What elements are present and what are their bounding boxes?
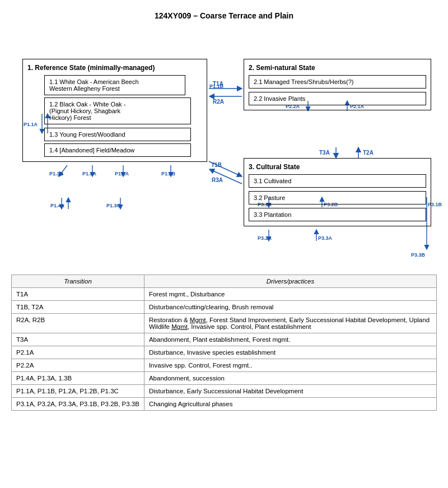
box-1-2: 1.2 Black Oak - White Oak -(Pignut Hicko…	[44, 97, 191, 124]
svg-text:P1.3B: P1.3B	[49, 171, 64, 176]
svg-text:P1.4A: P1.4A	[50, 203, 65, 208]
reference-state-box: 1. Reference State (minimally-managed) 1…	[22, 59, 207, 162]
drivers-cell: Invasive spp. Control, Forest mgmt..	[144, 359, 436, 372]
box-3-2: 3.2 Pasture	[249, 191, 426, 205]
svg-text:P1.1B: P1.1B	[209, 83, 224, 89]
t3a-label: T3A	[319, 150, 330, 156]
box-1-4: 1.4 [Abandoned] Field/Meadow	[44, 143, 191, 157]
transition-cell: P1.4A, P1.3A, 1.3B	[12, 372, 144, 385]
transition-cell: T1A	[12, 288, 144, 301]
svg-text:P3.3B: P3.3B	[411, 252, 426, 258]
reference-state-title: 1. Reference State (minimally-managed)	[27, 64, 202, 72]
drivers-cell: Disturbance/cutting/clearing, Brush remo…	[144, 301, 436, 314]
svg-text:P1.2B: P1.2B	[161, 171, 176, 176]
r2a-label: R2A	[213, 99, 224, 105]
semi-natural-state-title: 2. Semi-natural State	[249, 64, 426, 72]
table-row: P2.1ADisturbance, Invasive species estab…	[12, 346, 437, 359]
table-row: T3AAbandonment, Plant establishment, For…	[12, 333, 437, 346]
box-3-1: 3.1 Cultivated	[249, 174, 426, 188]
table-row: R2A, R2BRestoration & Mgmt, Forest Stand…	[12, 314, 437, 333]
table-row: P2.2AInvasive spp. Control, Forest mgmt.…	[12, 359, 437, 372]
drivers-cell: Abandonment, Plant establishment, Forest…	[144, 333, 436, 346]
svg-text:P3.2A: P3.2A	[258, 235, 272, 241]
svg-text:P3.3A: P3.3A	[318, 235, 333, 241]
svg-text:P1.2A: P1.2A	[115, 171, 129, 176]
col-header-drivers: Drivers/practices	[144, 275, 436, 288]
drivers-cell: Changing Agricultural phases	[144, 398, 436, 411]
semi-natural-state-box: 2. Semi-natural State 2.1 Managed Trees/…	[244, 59, 431, 110]
table-row: P1.1A, P1.1B, P1.2A, P1.2B, P1.3CDisturb…	[12, 385, 437, 398]
cultural-state-title: 3. Cultural State	[249, 163, 426, 171]
table-row: T1AForest mgmt., Disturbance	[12, 288, 437, 301]
drivers-cell: Disturbance, Early Successional Habitat …	[144, 385, 436, 398]
svg-text:P1.3A: P1.3A	[82, 171, 97, 176]
cultural-state-box: 3. Cultural State 3.1 Cultivated 3.2 Pas…	[244, 158, 431, 226]
table-row: T1B, T2ADisturbance/cutting/clearing, Br…	[12, 301, 437, 314]
drivers-cell: Restoration & Mgmt, Forest Stand Improve…	[144, 314, 436, 333]
transition-cell: T3A	[12, 333, 144, 346]
box-3-3: 3.3 Plantation	[249, 208, 426, 221]
box-1-3: 1.3 Young Forest/Woodland	[44, 128, 191, 141]
drivers-cell: Forest mgmt., Disturbance	[144, 288, 436, 301]
t2a-label: T2A	[363, 150, 374, 156]
box-2-2: 2.2 Invasive Plants	[249, 92, 426, 105]
drivers-cell: Disturbance, Invasive species establishm…	[144, 346, 436, 359]
transition-cell: T1B, T2A	[12, 301, 144, 314]
transition-cell: P1.1A, P1.1B, P1.2A, P1.2B, P1.3C	[12, 385, 144, 398]
transitions-table: Transition Drivers/practices T1AForest m…	[11, 275, 437, 411]
box-1-1: 1.1 White Oak - American BeechWestern Al…	[44, 75, 185, 95]
transition-cell: P3.1A, P3.2A, P3.3A, P3.1B, P3.2B, P3.3B	[12, 398, 144, 411]
table-row: P1.4A, P1.3A, 1.3BAbandonment, successio…	[12, 372, 437, 385]
transition-cell: R2A, R2B	[12, 314, 144, 333]
svg-text:P1.3C: P1.3C	[106, 203, 121, 208]
table-row: P3.1A, P3.2A, P3.3A, P3.1B, P3.2B, P3.3B…	[12, 398, 437, 411]
box-2-1: 2.1 Managed Trees/Shrubs/Herbs(?)	[249, 75, 426, 89]
col-header-transition: Transition	[12, 275, 144, 288]
r3a-label: R3A	[212, 177, 223, 183]
transition-cell: P2.2A	[12, 359, 144, 372]
page-title: 124XY009 – Coarse Terrace and Plain	[11, 11, 437, 20]
drivers-cell: Abandonment, succession	[144, 372, 436, 385]
t1b-label: T1B	[211, 162, 222, 168]
transition-cell: P2.1A	[12, 346, 144, 359]
